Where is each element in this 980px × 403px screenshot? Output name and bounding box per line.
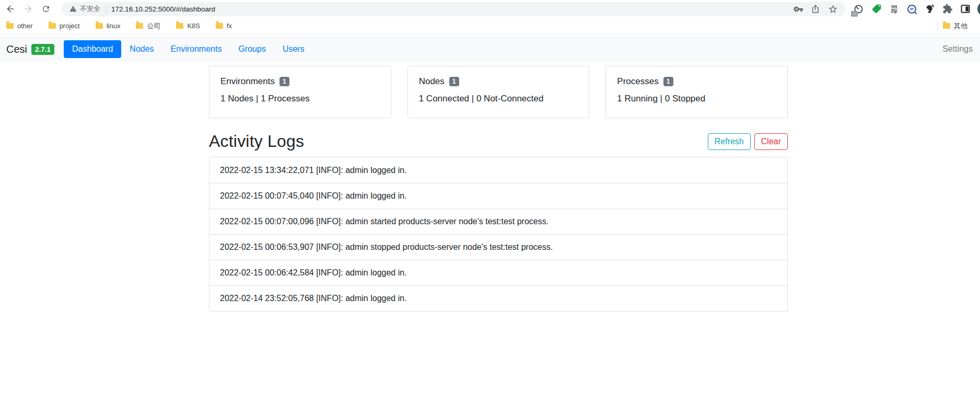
- nodes-card: Nodes 1 1 Connected | 0 Not-Connected: [407, 66, 590, 118]
- gauge-badge: --: [851, 11, 858, 17]
- brand[interactable]: Cesi 2.7.1: [6, 43, 54, 55]
- bookmark-folder-project[interactable]: project: [49, 22, 80, 30]
- back-icon[interactable]: [5, 4, 16, 14]
- folder-icon: [6, 23, 14, 29]
- card-title: Processes: [617, 76, 658, 87]
- log-entry: 2022-02-15 00:06:53,907 [INFO]: admin st…: [209, 234, 787, 260]
- bookmark-label: fx: [227, 22, 232, 30]
- version-badge: 2.7.1: [31, 44, 54, 55]
- bookmark-folder-others[interactable]: 其他: [943, 21, 967, 31]
- app-navbar: Cesi 2.7.1 Dashboard Nodes Environments …: [0, 37, 980, 62]
- gitzip-text-top: Git: [891, 4, 897, 9]
- folder-icon: [943, 23, 950, 29]
- count-badge: 1: [663, 77, 673, 87]
- folder-icon: [136, 23, 143, 29]
- tab-dashboard[interactable]: Dashboard: [64, 40, 121, 58]
- bookmarks-overflow: 其他: [937, 21, 975, 31]
- profile-avatar[interactable]: k: [977, 2, 980, 16]
- card-title: Environments: [220, 76, 275, 87]
- security-warning-icon[interactable]: [69, 4, 77, 14]
- folder-icon: [49, 23, 56, 29]
- bookmark-star-icon[interactable]: [827, 4, 838, 14]
- bookmark-folder-linux[interactable]: linux: [96, 22, 121, 30]
- omnibox-divider: [106, 5, 106, 13]
- activity-logs-buttons: Refresh Clear: [708, 133, 788, 150]
- gitzip-extension-icon[interactable]: Git Zip: [889, 4, 900, 15]
- card-detail: 1 Connected | 0 Not-Connected: [419, 94, 578, 104]
- settings-link[interactable]: Settings: [940, 40, 975, 58]
- refresh-button[interactable]: Refresh: [708, 133, 751, 150]
- bookmarks-divider: [937, 21, 938, 30]
- url-text[interactable]: 172.16.10.252:5000/#/dashboard: [111, 5, 215, 13]
- omnibox-actions: [793, 4, 838, 14]
- password-key-icon[interactable]: [793, 4, 803, 14]
- bookmark-folder-company[interactable]: 公司: [136, 21, 160, 31]
- tab-nodes[interactable]: Nodes: [121, 40, 162, 58]
- tag-extension-icon[interactable]: [871, 4, 882, 15]
- tab-environments[interactable]: Environments: [162, 40, 230, 58]
- activity-logs-title: Activity Logs: [209, 132, 304, 151]
- forward-icon[interactable]: [23, 4, 33, 14]
- activity-logs-header: Activity Logs Refresh Clear: [209, 132, 788, 151]
- clear-button[interactable]: Clear: [754, 133, 788, 150]
- bookmarks-bar: other project linux 公司 K8S fx 其他: [0, 18, 980, 34]
- card-detail: 1 Running | 0 Stopped: [617, 94, 776, 104]
- log-entry: 2022-02-15 00:06:42,584 [INFO]: admin lo…: [209, 260, 787, 285]
- folder-icon: [96, 23, 103, 29]
- card-detail: 1 Nodes | 1 Processes: [220, 94, 380, 104]
- tab-users[interactable]: Users: [274, 40, 313, 58]
- nav-pills: Dashboard Nodes Environments Groups User…: [64, 40, 313, 58]
- bookmark-label: other: [17, 22, 33, 30]
- gitzip-text-bottom: Zip: [891, 9, 897, 14]
- bookmark-label: project: [60, 22, 80, 30]
- proxy-gauge-extension-icon[interactable]: --: [853, 4, 864, 15]
- card-title-row: Environments 1: [220, 76, 380, 87]
- brand-name: Cesi: [6, 43, 27, 55]
- summary-cards-row: Environments 1 1 Nodes | 1 Processes Nod…: [209, 66, 788, 118]
- browser-chrome: 不安全 172.16.10.252:5000/#/dashboard --: [0, 0, 980, 34]
- refresh-icon[interactable]: [41, 4, 51, 14]
- tab-groups[interactable]: Groups: [230, 40, 274, 58]
- card-title: Nodes: [419, 76, 445, 87]
- processes-card: Processes 1 1 Running | 0 Stopped: [605, 66, 788, 118]
- ip-finder-extension-icon[interactable]: IP: [906, 4, 917, 15]
- log-entry: 2022-02-14 23:52:05,768 [INFO]: admin lo…: [209, 285, 787, 311]
- folder-icon: [176, 23, 183, 29]
- card-title-row: Nodes 1: [419, 76, 578, 87]
- count-badge: 1: [279, 77, 289, 87]
- share-icon[interactable]: [810, 4, 821, 14]
- environments-card: Environments 1 1 Nodes | 1 Processes: [209, 66, 391, 118]
- dashboard-content: Environments 1 1 Nodes | 1 Processes Nod…: [209, 66, 788, 312]
- card-title-row: Processes 1: [617, 76, 776, 87]
- bookmark-folder-k8s[interactable]: K8S: [176, 22, 200, 30]
- log-entry: 2022-02-15 00:07:45,040 [INFO]: admin lo…: [209, 183, 787, 209]
- browser-toolbar: 不安全 172.16.10.252:5000/#/dashboard --: [0, 0, 980, 18]
- bookmark-label: K8S: [187, 22, 200, 30]
- address-bar[interactable]: 不安全 172.16.10.252:5000/#/dashboard: [62, 2, 845, 16]
- activity-log-list: 2022-02-15 13:34:22,071 [INFO]: admin lo…: [209, 157, 788, 312]
- extensions-puzzle-icon[interactable]: [942, 4, 953, 15]
- bookmark-folder-other[interactable]: other: [6, 22, 33, 30]
- bookmark-label: 其他: [954, 21, 967, 31]
- security-label[interactable]: 不安全: [80, 4, 100, 14]
- bookmark-label: linux: [107, 22, 121, 30]
- bookmark-label: 公司: [147, 21, 160, 31]
- folder-icon: [216, 23, 223, 29]
- extensions-area: -- Git Zip IP k: [853, 2, 980, 16]
- bookmark-folder-fx[interactable]: fx: [216, 22, 232, 30]
- satellite-extension-icon[interactable]: [924, 4, 935, 15]
- side-panel-icon[interactable]: [960, 4, 971, 15]
- ip-label: IP: [910, 7, 914, 11]
- log-entry: 2022-02-15 00:07:00,096 [INFO]: admin st…: [209, 209, 787, 234]
- count-badge: 1: [449, 77, 459, 87]
- log-entry: 2022-02-15 13:34:22,071 [INFO]: admin lo…: [209, 157, 787, 183]
